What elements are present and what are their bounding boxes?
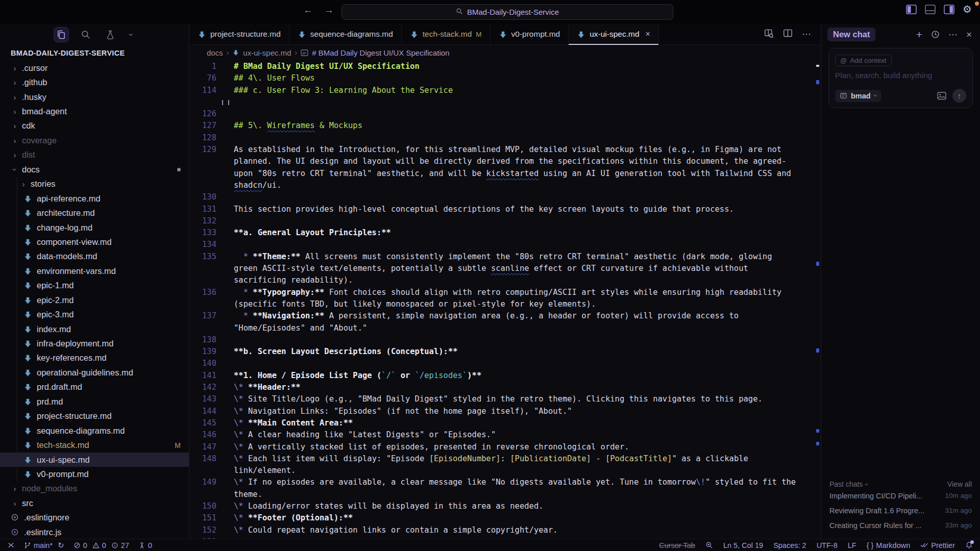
sidebar-item-epic-2.md[interactable]: epic-2.md (0, 293, 189, 307)
code-editor[interactable]: 1# BMad Daily Digest UI/UX Specification… (189, 60, 821, 539)
sidebar-item-infra-deployment.md[interactable]: infra-deployment.md (0, 336, 189, 350)
sidebar-item-node-modules[interactable]: ›node_modules (0, 482, 189, 496)
sidebar-item-v0-prompt.md[interactable]: v0-prompt.md (0, 467, 189, 481)
code-line[interactable]: 136 * **Typography:** Font choices shoul… (189, 287, 821, 311)
tab-ux-ui-spec.md[interactable]: ux-ui-spec.md× (569, 24, 659, 44)
encoding-indicator[interactable]: UTF-8 (817, 541, 838, 549)
sidebar-item-.eslintignore[interactable]: .eslintignore (0, 511, 189, 525)
code-line[interactable]: 140 (189, 358, 821, 369)
diagnostics-status[interactable]: 0 0 27 (74, 541, 129, 549)
send-button[interactable]: ↑ (952, 89, 966, 103)
sidebar-item-coverage[interactable]: ›coverage (0, 133, 189, 147)
sidebar-item-environment-vars.md[interactable]: environment-vars.md (0, 264, 189, 278)
sidebar-item-prd.draft.md[interactable]: prd.draft.md (0, 380, 189, 394)
toggle-left-panel-icon[interactable] (906, 5, 917, 14)
sidebar-item-epic-1.md[interactable]: epic-1.md (0, 279, 189, 293)
code-line[interactable]: 153 (189, 536, 821, 539)
model-selector[interactable]: bmad › (835, 90, 881, 102)
sidebar-item-epic-3.md[interactable]: epic-3.md (0, 307, 189, 321)
code-line[interactable]: 132 (189, 215, 821, 227)
folded-region-row[interactable] (189, 96, 821, 108)
code-line[interactable]: 135 * **Theme:** All screens must consis… (189, 251, 821, 287)
sidebar-item-.github[interactable]: ›.github (0, 75, 189, 89)
command-center-search[interactable]: BMad-Daily-Digest-Service (341, 4, 673, 20)
sidebar-item-data-models.md[interactable]: data-models.md (0, 249, 189, 264)
ports-status[interactable]: 0 (138, 541, 152, 549)
sidebar-item-index.md[interactable]: index.md (0, 322, 189, 336)
split-editor-icon[interactable] (783, 29, 793, 40)
code-line[interactable]: 150\* Loading/error states will be displ… (189, 500, 821, 512)
zoom-icon[interactable] (705, 541, 713, 549)
attach-image-icon[interactable] (937, 92, 946, 100)
code-line[interactable]: 138 (189, 334, 821, 346)
remote-indicator[interactable] (7, 541, 15, 549)
sidebar-item-sequence-diagrams.md[interactable]: sequence-diagrams.md (0, 423, 189, 438)
sidebar-item-tech-stack.md[interactable]: tech-stack.mdM (0, 438, 189, 452)
toggle-bottom-panel-icon[interactable] (925, 5, 936, 14)
code-line[interactable]: 151\* **Footer (Optional):** (189, 512, 821, 524)
project-root-header[interactable]: BMAD-DAILY-DIGEST-SERVICE (0, 45, 189, 61)
code-line[interactable]: 76## 4\. User Flows (189, 72, 821, 84)
sidebar-item-stories[interactable]: ›stories (0, 177, 189, 191)
sidebar-item-ux-ui-spec.md[interactable]: ux-ui-spec.md (0, 453, 189, 467)
open-preview-icon[interactable] (764, 29, 774, 40)
sync-icon[interactable]: ↻ (58, 541, 64, 550)
flask-icon[interactable] (103, 28, 117, 42)
sidebar-item-key-references.md[interactable]: key-references.md (0, 351, 189, 365)
sidebar-item-docs[interactable]: ›docs (0, 162, 189, 177)
code-line[interactable]: 152\* Could repeat navigation links or c… (189, 524, 821, 536)
code-line[interactable]: 145\* **Main Content Area:** (189, 417, 821, 429)
new-chat-plus-icon[interactable]: + (916, 29, 922, 40)
indentation-indicator[interactable]: Spaces: 2 (773, 541, 806, 549)
sidebar-item-bmad-agent[interactable]: ›bmad-agent (0, 104, 189, 118)
code-line[interactable]: 139**b. Screen Layout Descriptions (Conc… (189, 346, 821, 358)
code-line[interactable]: 114### c. User Flow 3: Learning About th… (189, 85, 821, 96)
formatter-status[interactable]: Prettier (920, 541, 955, 549)
past-chat-item[interactable]: Implementing CI/CD Pipeli...10m ago (829, 488, 972, 503)
code-line[interactable]: 134 (189, 239, 821, 251)
toggle-right-panel-icon[interactable] (944, 5, 954, 14)
back-button[interactable]: ← (303, 5, 313, 16)
sidebar-item-dist[interactable]: ›dist (0, 148, 189, 162)
view-all-link[interactable]: View all (947, 480, 972, 488)
notifications-bell-icon[interactable] (965, 541, 973, 549)
eol-indicator[interactable]: LF (848, 541, 856, 549)
code-line[interactable]: 131This section provides high-level conc… (189, 204, 821, 215)
chevron-down-icon[interactable]: › (125, 31, 138, 38)
past-chats-label[interactable]: Past chats (829, 480, 863, 488)
code-line[interactable]: 144\* Navigation Links: "Episodes" (if n… (189, 406, 821, 417)
line-col-indicator[interactable]: Ln 5, Col 19 (723, 541, 763, 549)
add-context-button[interactable]: @ Add context (835, 55, 892, 66)
sidebar-item-operational-guidelines.md[interactable]: operational-guidelines.md (0, 365, 189, 380)
cursor-tab-toggle[interactable]: Cursor Tab (659, 541, 695, 549)
forward-button[interactable]: → (324, 5, 334, 16)
git-branch-status[interactable]: main* (24, 541, 53, 549)
code-line[interactable]: 128 (189, 132, 821, 144)
tab-tech-stack.md[interactable]: tech-stack.mdM (402, 24, 491, 44)
code-line[interactable]: 137 * **Navigation:** A persistent, simp… (189, 310, 821, 334)
code-line[interactable]: 143\* Site Title/Logo (e.g., "BMad Daily… (189, 393, 821, 405)
gear-icon[interactable]: ⚙ (963, 4, 972, 14)
code-line[interactable]: 147\* A vertically stacked list of episo… (189, 441, 821, 453)
sidebar-item-prd.md[interactable]: prd.md (0, 394, 189, 409)
breadcrumb-file[interactable]: ux-ui-spec.md (243, 48, 291, 57)
code-line[interactable]: 127## 5\. Wireframes & Mockups (189, 120, 821, 132)
chat-input[interactable]: @ Add context Plan, search, build anythi… (828, 48, 973, 108)
sidebar-item-.husky[interactable]: ›.husky (0, 90, 189, 104)
tab-sequence-diagrams.md[interactable]: sequence-diagrams.md (289, 24, 402, 44)
close-panel-icon[interactable]: × (966, 30, 972, 39)
language-mode[interactable]: { } Markdown (867, 541, 911, 549)
chat-more-icon[interactable]: ⋯ (948, 30, 958, 39)
code-line[interactable]: 1# BMad Daily Digest UI/UX Specification (189, 61, 821, 72)
search-icon[interactable] (79, 28, 93, 42)
sidebar-item-.cursor[interactable]: ›.cursor (0, 61, 189, 75)
close-tab-icon[interactable]: × (646, 30, 650, 39)
code-line[interactable]: 146\* A clear heading like "Latest Diges… (189, 429, 821, 441)
tab-v0-prompt.md[interactable]: v0-prompt.md (491, 24, 569, 44)
code-line[interactable]: 142\* **Header:** (189, 382, 821, 393)
code-line[interactable]: 126 (189, 108, 821, 120)
code-line[interactable]: 148\* Each list item will display: "Epis… (189, 453, 821, 477)
code-line[interactable]: 133**a. General Layout Principles:** (189, 227, 821, 239)
sidebar-item-cdk[interactable]: ›cdk (0, 119, 189, 133)
copy-pages-icon[interactable] (54, 28, 68, 42)
